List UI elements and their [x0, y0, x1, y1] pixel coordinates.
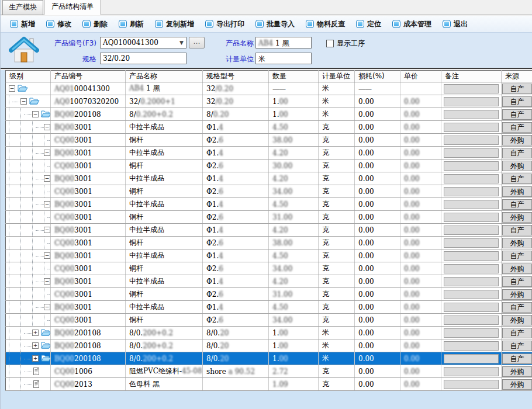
expand-toggle[interactable]: − — [44, 304, 50, 310]
expand-toggle[interactable]: − — [9, 85, 15, 92]
spec-model-cell: Φ1.4 — [203, 249, 269, 262]
table-row[interactable]: +BQ002001088/0.200+0.28/0.201.00米0.000.0… — [6, 327, 532, 339]
remark-field[interactable] — [444, 187, 499, 196]
tab-product-structure-list[interactable]: 产品结构清单 — [44, 0, 101, 15]
toolbar-button-5[interactable]: 导出打印 — [205, 19, 244, 29]
table-row[interactable]: −BQ002001088/0.200+0.28/0.201.00米0.000.0… — [6, 108, 532, 121]
remark-field[interactable] — [444, 264, 499, 273]
toolbar-button-10[interactable]: 退出 — [443, 19, 468, 29]
table-row[interactable]: −BQ003001中拉半成品Φ1.44.20克0.000.00自产 — [6, 275, 532, 288]
remark-field[interactable] — [444, 110, 499, 119]
toolbar-button-0[interactable]: 新增 — [10, 19, 35, 29]
expand-toggle[interactable]: − — [44, 175, 50, 182]
table-row[interactable]: −BQ003001中拉半成品Φ1.44.20克0.000.00自产 — [6, 172, 532, 185]
level-cell — [6, 314, 51, 327]
expand-toggle[interactable]: − — [32, 111, 39, 117]
expand-toggle[interactable]: − — [20, 98, 27, 105]
expand-toggle[interactable]: − — [44, 252, 50, 259]
remark-field[interactable] — [444, 226, 499, 235]
remark-field[interactable] — [444, 277, 499, 286]
column-header-3[interactable]: 规格型号 — [203, 71, 269, 82]
table-row[interactable]: −BQ003001中拉半成品Φ1.44.50克0.000.00自产 — [6, 121, 532, 134]
toolbar-button-9[interactable]: 成本管理 — [392, 19, 431, 29]
toolbar-button-3[interactable]: 刷新 — [119, 19, 144, 29]
chevron-down-icon[interactable]: ▼ — [179, 40, 184, 46]
table-row[interactable]: −BQ003001中拉半成品Φ1.44.20克0.000.00自产 — [6, 147, 532, 160]
expand-toggle[interactable]: − — [44, 150, 50, 156]
remark-field[interactable] — [444, 303, 499, 312]
product-name-field[interactable]: AB4 1 黑 — [255, 37, 312, 48]
product-no-combobox[interactable]: AQ0100041300 ▼ — [100, 37, 186, 48]
home-icon[interactable] — [9, 36, 39, 64]
remark-field[interactable] — [444, 367, 499, 376]
toolbar-button-2[interactable]: 删除 — [82, 19, 108, 29]
table-row[interactable]: CQ003001铜杆Φ2.634.00克0.000.00外购 — [6, 185, 532, 198]
table-row[interactable]: −AQ0100041300AB4 1 黑32/0.20——米——自产 — [6, 82, 532, 95]
remark-field[interactable] — [444, 251, 499, 261]
table-row[interactable]: CQ003001铜杆Φ2.634.00克0.000.00外购 — [6, 314, 532, 327]
toolbar-button-6[interactable]: 批量导入 — [255, 19, 295, 29]
table-row[interactable]: CQ003001铜杆Φ2.638.00克0.000.00外购 — [6, 134, 532, 147]
toolbar-button-8[interactable]: 定位 — [356, 19, 381, 29]
column-header-9[interactable]: 来源 — [502, 71, 532, 82]
table-row[interactable]: +BQ002001088/0.200+0.28/0.201.00米0.000.0… — [6, 339, 532, 352]
table-row[interactable]: CQ003001铜杆Φ2.638.00克0.000.00外购 — [6, 237, 532, 249]
toolbar-button-1[interactable]: 修改 — [46, 19, 71, 29]
column-header-7[interactable]: 单价 — [400, 71, 441, 82]
tree-elbow — [47, 217, 51, 218]
remark-field[interactable] — [444, 174, 499, 183]
column-header-6[interactable]: 损耗(%) — [355, 71, 400, 82]
unit-field[interactable]: 米 — [255, 53, 312, 64]
table-row[interactable]: −BQ003001中拉半成品Φ1.44.20克0.000.00自产 — [6, 224, 532, 237]
tab-production-module[interactable]: 生产模块 — [2, 0, 43, 15]
table-row[interactable]: CQ003001铜杆Φ2.634.00克0.000.00外购 — [6, 262, 532, 275]
expand-toggle[interactable]: − — [44, 227, 50, 233]
remark-field[interactable] — [444, 354, 499, 363]
expand-toggle[interactable]: − — [44, 124, 50, 130]
remark-field[interactable] — [444, 97, 499, 106]
expand-toggle[interactable]: − — [44, 278, 50, 285]
quantity-cell: 30.00 — [269, 160, 319, 172]
remark-field[interactable] — [444, 316, 499, 325]
expand-toggle[interactable]: − — [44, 201, 50, 207]
remark-field[interactable] — [444, 136, 499, 145]
column-header-0[interactable]: 级别 — [6, 71, 51, 82]
table-row[interactable]: −BQ003001中拉半成品Φ1.44.50克0.000.00自产 — [6, 198, 532, 211]
remark-field[interactable] — [444, 200, 499, 209]
remark-field[interactable] — [444, 123, 499, 132]
show-process-checkbox[interactable]: 显示工序 — [326, 39, 365, 48]
remark-field[interactable] — [444, 213, 499, 222]
column-header-2[interactable]: 产品名称 — [126, 71, 203, 82]
remark-field[interactable] — [444, 290, 499, 299]
column-header-8[interactable]: 备注 — [441, 71, 502, 82]
expand-toggle[interactable]: + — [32, 355, 39, 362]
spec-model-cell: Φ2.6 — [203, 237, 269, 249]
remark-field[interactable] — [444, 161, 499, 171]
table-row[interactable]: CQ003001铜杆Φ2.631.00克0.000.00外购 — [6, 288, 532, 301]
remark-field[interactable] — [444, 148, 499, 158]
table-row[interactable]: −BQ003001中拉半成品Φ1.44.50克0.000.00自产 — [6, 249, 532, 262]
remark-field[interactable] — [444, 84, 499, 93]
remark-field[interactable] — [444, 238, 499, 248]
table-row[interactable]: −AQ01007032020032/0.2000+132/0.201.00米0.… — [6, 95, 532, 108]
table-row[interactable]: CQ003001铜杆Φ2.631.00克0.000.00外购 — [6, 211, 532, 224]
table-row[interactable]: +BQ002001088/0.200+0.28/0.201.00米0.000.0… — [6, 352, 532, 365]
expand-toggle[interactable]: + — [32, 330, 39, 336]
column-header-4[interactable]: 数量 — [269, 71, 319, 82]
browse-button[interactable]: … — [189, 37, 205, 48]
remark-field[interactable] — [444, 341, 499, 351]
table-row[interactable]: −BQ003001中拉半成品Φ1.44.50克0.000.00自产 — [6, 301, 532, 314]
table-row[interactable]: CQ002013色母料 黑1.09克0.000.00外购 — [6, 378, 532, 391]
column-header-1[interactable]: 产品编号 — [51, 71, 126, 82]
table-row[interactable]: CQ001006阻燃PVC绝缘料-45-08shore a 90.522.72克… — [6, 365, 532, 378]
remark-field[interactable] — [444, 328, 499, 338]
checkbox-icon[interactable] — [326, 40, 334, 47]
table-row[interactable]: CQ003001铜杆Φ2.630.00克0.000.00外购 — [6, 160, 532, 172]
toolbar-button-4[interactable]: 复制新增 — [155, 19, 194, 29]
column-header-5[interactable]: 计量单位 — [319, 71, 355, 82]
remark-field[interactable] — [444, 380, 499, 389]
spec-field[interactable]: 32/0.20 — [100, 53, 186, 64]
toolbar-button-7[interactable]: 物料反查 — [306, 19, 345, 29]
expand-toggle[interactable]: + — [32, 342, 39, 349]
product-code-cell: BQ00200108 — [51, 352, 126, 365]
